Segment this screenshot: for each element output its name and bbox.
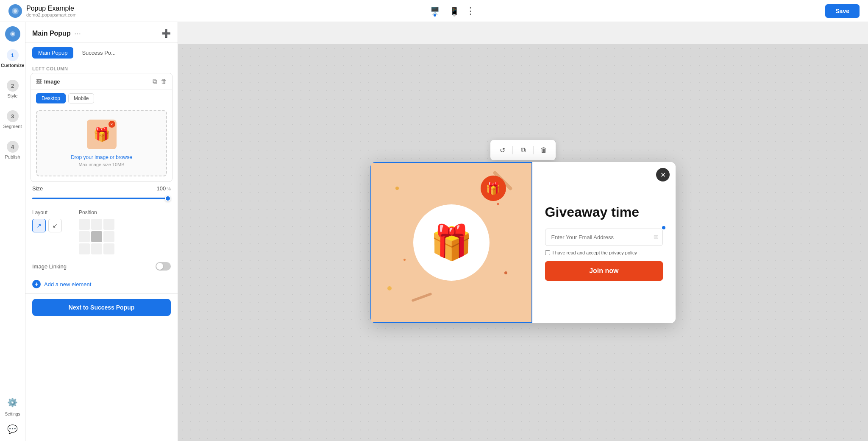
gift-emoji: 🎁 [430,223,473,262]
step2-number: 2 [7,80,19,92]
popup-title: Giveaway time [545,204,639,220]
step4-number: 4 [7,141,19,153]
image-preview: 🎁 ✕ [87,120,117,149]
image-card-actions: ⧉ 🗑 [153,78,167,85]
device-switcher: 🖥️ 📱 ⋮ [427,4,475,18]
layout-label: Layout [32,209,62,215]
sidebar-item-segment[interactable]: 3 Segment [0,104,25,135]
popup-preview: ✕ 🎁 � [370,162,676,323]
image-card: 🖼 Image ⧉ 🗑 Desktop Mobile 🎁 ✕ Drop y [31,73,172,182]
linking-toggle[interactable] [156,262,171,271]
slider-fill [32,198,171,199]
size-row: Size 100% [32,185,171,192]
toolbar-divider2 [533,146,534,154]
tab-success-popup[interactable]: Success Po... [76,47,121,59]
settings-icon[interactable]: ⚙️ [7,397,18,408]
gift-circle: 🎁 [413,204,490,281]
more-options-button[interactable]: ⋮ [466,6,475,17]
mail-icon: ✉ [654,234,659,240]
toolbar-divider [512,146,513,154]
mobile-view-tab[interactable]: Mobile [68,93,94,103]
delete-icon[interactable]: 🗑 [161,78,167,85]
sidebar-item-publish[interactable]: 4 Publish [0,135,25,165]
join-now-button[interactable]: Join now [545,261,663,281]
confetti-4 [504,271,507,274]
email-input[interactable] [545,229,663,246]
header-title-group: Popup Example demo2.popupsmart.com [26,5,77,17]
copy-icon[interactable]: ⧉ [153,78,157,85]
popup-right-panel: Giveaway time ✉ I have read and accept t… [532,162,676,323]
panel-tabs: Main Popup Success Po... [25,43,178,63]
header-title: Popup Example [26,5,77,12]
toggle-knob [156,263,163,270]
step2-label: Style [7,93,17,98]
position-bc[interactable] [91,243,102,254]
position-bl[interactable] [79,243,90,254]
image-upload-area[interactable]: 🎁 ✕ Drop your image or browse Max image … [36,110,167,176]
privacy-text: I have read and accept the privacy polic… [553,250,640,255]
position-tl[interactable] [79,219,90,230]
header-left: Popup Example demo2.popupsmart.com [8,4,77,18]
privacy-link[interactable]: privacy policy [609,250,637,255]
size-section: Size 100% [25,182,178,206]
tablet-device-button[interactable]: 📱 [446,4,462,18]
layout-row: Layout ↗ ↙ Position [32,209,171,254]
add-element-row[interactable]: + Add a new element [25,275,178,293]
toolbar-copy-button[interactable]: ⧉ [516,143,530,157]
step4-label: Publish [5,154,20,159]
confetti-1 [395,187,399,190]
settings-label: Settings [5,412,20,416]
position-ml[interactable] [79,231,90,242]
toolbar-refresh-button[interactable]: ↺ [495,143,509,157]
main-canvas: ↺ ⧉ 🗑 ✕ [178,44,868,441]
floating-toolbar: ↺ ⧉ 🗑 [490,140,556,160]
size-value: 100% [157,185,171,192]
app-logo [8,4,22,18]
slider-track [32,198,171,199]
size-label: Size [32,185,43,192]
desktop-view-tab[interactable]: Desktop [36,93,66,103]
sidebar-steps: 1 Customize 2 Style 3 Segment 4 Publish … [0,22,25,441]
sidebar-item-customize[interactable]: 1 Customize [0,43,25,74]
svg-point-5 [11,33,14,35]
input-indicator-dot [661,225,666,230]
position-mc[interactable] [91,231,102,242]
privacy-checkbox[interactable] [545,250,550,255]
panel-header-icons: ➕ [161,29,171,38]
popup-close-button[interactable]: ✕ [656,168,670,181]
position-grid [79,219,114,254]
position-mr[interactable] [103,231,114,242]
layout-options: ↗ ↙ [32,219,62,232]
section-label: LEFT COLUMN [25,63,178,73]
layout-position-section: Layout ↗ ↙ Position [25,206,178,258]
upload-subtext: Max image size 10MB [78,162,124,167]
size-slider[interactable] [32,194,171,203]
add-element-label: Add a new element [44,281,91,287]
next-to-success-button[interactable]: Next to Success Popup [32,299,171,316]
header-subtitle: demo2.popupsmart.com [26,12,77,17]
panel-header: Main Popup ⋯ ➕ [25,22,178,43]
panel-more-icon[interactable]: ⋯ [74,30,81,38]
chat-icon[interactable]: 💬 [7,424,18,434]
svg-point-2 [14,9,17,13]
desktop-device-button[interactable]: 🖥️ [427,4,443,18]
position-tr[interactable] [103,219,114,230]
panel-title: Main Popup [32,30,71,37]
position-tc[interactable] [91,219,102,230]
layout-expand-icon[interactable]: ↗ [32,219,46,232]
popup-left-panel: 🎁 🎁 [370,162,532,323]
slider-thumb [165,195,171,201]
sidebar-settings: ⚙️ Settings 💬 [5,391,20,441]
toolbar-delete-button[interactable]: 🗑 [537,143,551,157]
step3-label: Segment [3,124,22,129]
linking-section: Image Linking [25,258,178,275]
position-br[interactable] [103,243,114,254]
sidebar-item-style[interactable]: 2 Style [0,74,25,104]
layout-shrink-icon[interactable]: ↙ [48,219,62,232]
confetti-3 [387,286,392,290]
panel-add-icon[interactable]: ➕ [161,29,171,38]
panel-bottom: Next to Success Popup [25,293,178,321]
save-button[interactable]: Save [825,4,860,18]
step1-number: 1 [7,49,19,61]
tab-main-popup[interactable]: Main Popup [32,47,73,59]
